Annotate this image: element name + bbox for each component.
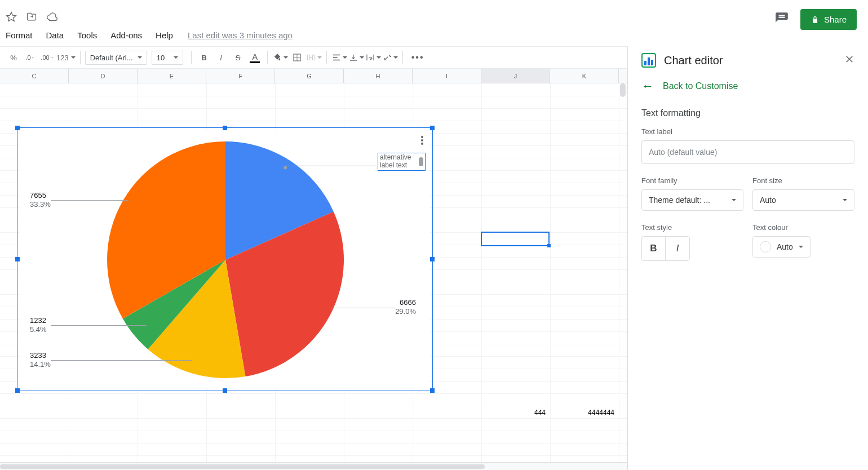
- resize-handle-n[interactable]: [223, 126, 227, 130]
- slice-label-7655[interactable]: 7655 33.3%: [30, 191, 51, 209]
- column-header-J[interactable]: J: [481, 69, 550, 83]
- horizontal-scrollbar[interactable]: [0, 462, 627, 470]
- star-icon[interactable]: [6, 11, 17, 24]
- italic-button[interactable]: I: [213, 50, 229, 65]
- strikethrough-button[interactable]: S: [230, 50, 246, 65]
- font-family-label: Font family: [641, 176, 743, 185]
- chart-object[interactable]: alternative label text 6666 29.0% 3233 1…: [17, 127, 433, 391]
- resize-handle-sw[interactable]: [15, 388, 20, 393]
- spreadsheet-grid[interactable]: CDEFGHIJK 4444444444 alternative label t…: [0, 69, 627, 470]
- chevron-down-icon: [799, 246, 803, 248]
- chart-editor-icon: [641, 53, 656, 68]
- arrow-left-icon: ←: [641, 79, 654, 94]
- menu-format[interactable]: Format: [0, 28, 38, 42]
- leader-line: [286, 166, 376, 166]
- text-colour-label: Text colour: [752, 223, 854, 232]
- valign-icon: [348, 52, 358, 63]
- menu-tools[interactable]: Tools: [72, 28, 103, 42]
- text-label-input[interactable]: [641, 140, 854, 164]
- fill-color-button[interactable]: [272, 50, 288, 65]
- borders-icon: [292, 52, 302, 63]
- last-edit-status[interactable]: Last edit was 3 minutes ago: [188, 30, 293, 40]
- menu-addons[interactable]: Add-ons: [105, 28, 148, 42]
- bold-toggle[interactable]: B: [642, 237, 666, 260]
- column-header-C[interactable]: C: [0, 69, 69, 83]
- section-title-text-formatting: Text formatting: [641, 108, 854, 118]
- cloud-status-icon[interactable]: [46, 11, 57, 24]
- slice-label-1232[interactable]: 1232 5.4%: [30, 316, 47, 334]
- italic-toggle[interactable]: I: [666, 237, 689, 260]
- text-wrap-dropdown[interactable]: [365, 50, 381, 65]
- wrap-icon: [365, 52, 375, 63]
- paint-bucket-icon: [272, 52, 282, 63]
- text-cursor-anchor-icon[interactable]: [419, 157, 423, 166]
- column-header-D[interactable]: D: [69, 69, 138, 83]
- ellipsis-icon: •••: [411, 52, 424, 63]
- column-header-H[interactable]: H: [344, 69, 413, 83]
- text-colour-dropdown[interactable]: Auto: [752, 236, 811, 258]
- chart-menu-button[interactable]: [421, 135, 423, 146]
- borders-button[interactable]: [289, 50, 305, 65]
- share-label: Share: [824, 15, 847, 24]
- toolbar-more-button[interactable]: •••: [410, 50, 426, 65]
- sidebar-title: Chart editor: [664, 54, 723, 67]
- leader-line: [51, 325, 147, 326]
- menubar: Format Data Tools Add-ons Help Last edit…: [0, 28, 293, 42]
- rotate-icon: [382, 52, 392, 63]
- cell-value-K[interactable]: 4444444: [550, 407, 617, 418]
- back-to-customise-button[interactable]: ← Back to Customise: [641, 79, 854, 94]
- merge-cells-button[interactable]: [306, 50, 322, 65]
- column-header-K[interactable]: K: [550, 69, 619, 83]
- horizontal-align-dropdown[interactable]: [331, 50, 347, 65]
- bold-button[interactable]: B: [196, 50, 212, 65]
- slice-label-editor[interactable]: alternative label text: [378, 153, 426, 171]
- column-header-I[interactable]: I: [413, 69, 481, 83]
- format-percent-button[interactable]: %: [6, 50, 21, 65]
- column-header-G[interactable]: G: [275, 69, 344, 83]
- resize-handle-w[interactable]: [15, 257, 20, 261]
- comments-button[interactable]: [774, 11, 789, 28]
- svg-point-5: [284, 166, 287, 169]
- text-label-field-label: Text label: [641, 127, 854, 136]
- increase-decimal-button[interactable]: .00→: [39, 50, 55, 65]
- move-to-folder-icon[interactable]: [26, 11, 37, 24]
- share-button[interactable]: Share: [800, 9, 857, 30]
- resize-handle-nw[interactable]: [15, 126, 20, 130]
- menu-help[interactable]: Help: [150, 28, 179, 42]
- pie-chart-svg: [20, 130, 431, 389]
- color-swatch-icon: [760, 241, 771, 252]
- horizontal-scrollbar-thumb[interactable]: [0, 464, 485, 469]
- header-actions: Share: [774, 9, 857, 30]
- column-headers: CDEFGHIJK: [0, 69, 627, 83]
- column-header-E[interactable]: E: [138, 69, 206, 83]
- slice-label-3233[interactable]: 3233 14.1%: [30, 351, 51, 369]
- font-size-dropdown[interactable]: 10: [152, 51, 183, 65]
- cell-value-J[interactable]: 444: [481, 407, 548, 418]
- svg-rect-3: [307, 55, 310, 60]
- slice-label-6666[interactable]: 6666 29.0%: [395, 298, 416, 316]
- text-style-label: Text style: [641, 223, 743, 232]
- chart-canvas[interactable]: alternative label text 6666 29.0% 3233 1…: [20, 130, 430, 388]
- font-family-dropdown[interactable]: Default (Ari...: [85, 51, 147, 65]
- close-sidebar-button[interactable]: [844, 54, 854, 67]
- decrease-decimal-button[interactable]: .0←: [23, 50, 38, 65]
- align-icon: [331, 52, 342, 63]
- menu-data[interactable]: Data: [41, 28, 70, 42]
- text-rotation-dropdown[interactable]: [382, 50, 398, 65]
- lock-icon: [811, 15, 820, 24]
- more-formats-dropdown[interactable]: 123: [56, 50, 76, 65]
- text-color-button[interactable]: A: [247, 50, 263, 65]
- chevron-down-icon: [843, 199, 847, 201]
- font-size-dropdown-sidebar[interactable]: Auto: [752, 189, 854, 211]
- font-family-dropdown-sidebar[interactable]: Theme default: ...: [641, 189, 743, 211]
- resize-handle-ne[interactable]: [430, 126, 435, 130]
- column-header-F[interactable]: F: [206, 69, 275, 83]
- vertical-scrollbar-thumb[interactable]: [620, 83, 626, 97]
- svg-rect-4: [312, 55, 315, 60]
- vertical-align-dropdown[interactable]: [348, 50, 364, 65]
- active-cell[interactable]: [481, 232, 550, 246]
- merge-icon: [306, 52, 316, 63]
- close-icon: [844, 54, 854, 64]
- leader-line: [51, 200, 129, 201]
- sidebar-header: Chart editor: [641, 53, 854, 68]
